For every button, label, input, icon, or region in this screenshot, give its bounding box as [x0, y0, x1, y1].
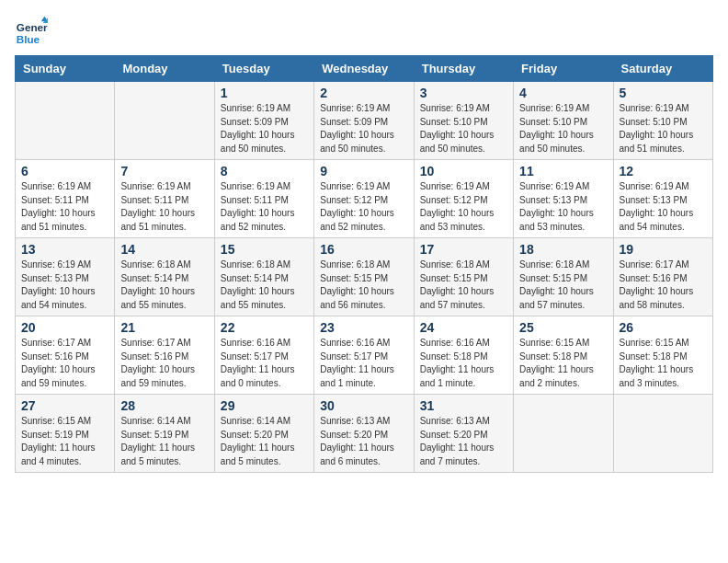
cell-day-info: Sunrise: 6:13 AM Sunset: 5:20 PM Dayligh…: [420, 415, 507, 468]
weekday-header-saturday: Saturday: [613, 56, 712, 82]
calendar-cell: 31Sunrise: 6:13 AM Sunset: 5:20 PM Dayli…: [414, 395, 513, 473]
calendar-week-row: 27Sunrise: 6:15 AM Sunset: 5:19 PM Dayli…: [16, 395, 713, 473]
cell-day-number: 15: [221, 242, 308, 257]
cell-day-number: 13: [21, 242, 108, 257]
weekday-header-thursday: Thursday: [414, 56, 513, 82]
calendar-cell: 4Sunrise: 6:19 AM Sunset: 5:10 PM Daylig…: [514, 82, 613, 160]
calendar-cell: 15Sunrise: 6:18 AM Sunset: 5:14 PM Dayli…: [214, 238, 313, 316]
weekday-header-wednesday: Wednesday: [314, 56, 414, 82]
cell-day-info: Sunrise: 6:16 AM Sunset: 5:17 PM Dayligh…: [320, 337, 407, 390]
calendar-cell: [613, 395, 712, 473]
cell-day-number: 10: [420, 164, 507, 178]
cell-day-info: Sunrise: 6:19 AM Sunset: 5:10 PM Dayligh…: [420, 102, 507, 155]
weekday-header-tuesday: Tuesday: [214, 56, 313, 82]
calendar-cell: [115, 82, 214, 160]
cell-day-info: Sunrise: 6:19 AM Sunset: 5:12 PM Dayligh…: [320, 180, 407, 234]
cell-day-info: Sunrise: 6:19 AM Sunset: 5:11 PM Dayligh…: [221, 180, 308, 234]
cell-day-info: Sunrise: 6:19 AM Sunset: 5:10 PM Dayligh…: [519, 102, 607, 155]
calendar-week-row: 13Sunrise: 6:19 AM Sunset: 5:13 PM Dayli…: [16, 238, 713, 316]
cell-day-number: 3: [420, 86, 507, 100]
calendar-cell: 1Sunrise: 6:19 AM Sunset: 5:09 PM Daylig…: [214, 82, 313, 160]
cell-day-number: 12: [620, 164, 707, 178]
logo: General Blue: [15, 15, 48, 48]
cell-day-number: 23: [320, 320, 407, 335]
calendar-week-row: 6Sunrise: 6:19 AM Sunset: 5:11 PM Daylig…: [16, 160, 713, 238]
cell-day-info: Sunrise: 6:18 AM Sunset: 5:15 PM Dayligh…: [420, 259, 507, 312]
logo-icon: General Blue: [15, 15, 48, 48]
cell-day-info: Sunrise: 6:16 AM Sunset: 5:17 PM Dayligh…: [221, 337, 308, 390]
page-header: General Blue: [15, 15, 713, 48]
cell-day-number: 28: [120, 398, 208, 413]
cell-day-number: 17: [420, 242, 507, 257]
calendar-cell: 16Sunrise: 6:18 AM Sunset: 5:15 PM Dayli…: [314, 238, 414, 316]
cell-day-number: 18: [519, 242, 607, 257]
calendar-header: SundayMondayTuesdayWednesdayThursdayFrid…: [16, 56, 713, 82]
cell-day-number: 14: [120, 242, 208, 257]
calendar-cell: 27Sunrise: 6:15 AM Sunset: 5:19 PM Dayli…: [16, 395, 115, 473]
calendar-cell: 13Sunrise: 6:19 AM Sunset: 5:13 PM Dayli…: [16, 238, 115, 316]
calendar-cell: 17Sunrise: 6:18 AM Sunset: 5:15 PM Dayli…: [414, 238, 513, 316]
calendar-cell: 21Sunrise: 6:17 AM Sunset: 5:16 PM Dayli…: [115, 316, 214, 395]
calendar-week-row: 20Sunrise: 6:17 AM Sunset: 5:16 PM Dayli…: [16, 316, 713, 395]
calendar-cell: 3Sunrise: 6:19 AM Sunset: 5:10 PM Daylig…: [414, 82, 513, 160]
cell-day-info: Sunrise: 6:19 AM Sunset: 5:12 PM Dayligh…: [420, 180, 507, 234]
calendar-cell: 28Sunrise: 6:14 AM Sunset: 5:19 PM Dayli…: [115, 395, 214, 473]
calendar-cell: 23Sunrise: 6:16 AM Sunset: 5:17 PM Dayli…: [314, 316, 414, 395]
cell-day-info: Sunrise: 6:16 AM Sunset: 5:18 PM Dayligh…: [420, 337, 507, 390]
cell-day-info: Sunrise: 6:15 AM Sunset: 5:19 PM Dayligh…: [21, 415, 108, 468]
calendar-body: 1Sunrise: 6:19 AM Sunset: 5:09 PM Daylig…: [16, 82, 713, 473]
weekday-header-friday: Friday: [514, 56, 613, 82]
cell-day-number: 9: [320, 164, 407, 178]
cell-day-number: 11: [519, 164, 607, 178]
weekday-header-row: SundayMondayTuesdayWednesdayThursdayFrid…: [16, 56, 713, 82]
cell-day-info: Sunrise: 6:13 AM Sunset: 5:20 PM Dayligh…: [320, 415, 407, 468]
cell-day-info: Sunrise: 6:14 AM Sunset: 5:19 PM Dayligh…: [120, 415, 208, 468]
cell-day-info: Sunrise: 6:14 AM Sunset: 5:20 PM Dayligh…: [221, 415, 308, 468]
cell-day-info: Sunrise: 6:18 AM Sunset: 5:14 PM Dayligh…: [120, 259, 208, 312]
cell-day-number: 1: [221, 86, 308, 100]
cell-day-info: Sunrise: 6:19 AM Sunset: 5:09 PM Dayligh…: [320, 102, 407, 155]
cell-day-number: 24: [420, 320, 507, 335]
cell-day-info: Sunrise: 6:15 AM Sunset: 5:18 PM Dayligh…: [620, 337, 707, 390]
cell-day-number: 21: [120, 320, 208, 335]
cell-day-info: Sunrise: 6:19 AM Sunset: 5:10 PM Dayligh…: [620, 102, 707, 155]
cell-day-number: 22: [221, 320, 308, 335]
calendar-table: SundayMondayTuesdayWednesdayThursdayFrid…: [15, 55, 713, 473]
cell-day-info: Sunrise: 6:19 AM Sunset: 5:11 PM Dayligh…: [120, 180, 208, 234]
calendar-cell: 30Sunrise: 6:13 AM Sunset: 5:20 PM Dayli…: [314, 395, 414, 473]
cell-day-info: Sunrise: 6:17 AM Sunset: 5:16 PM Dayligh…: [21, 337, 108, 390]
calendar-cell: 24Sunrise: 6:16 AM Sunset: 5:18 PM Dayli…: [414, 316, 513, 395]
cell-day-info: Sunrise: 6:19 AM Sunset: 5:09 PM Dayligh…: [221, 102, 308, 155]
cell-day-number: 4: [519, 86, 607, 100]
calendar-cell: 11Sunrise: 6:19 AM Sunset: 5:13 PM Dayli…: [514, 160, 613, 238]
cell-day-number: 2: [320, 86, 407, 100]
calendar-cell: 19Sunrise: 6:17 AM Sunset: 5:16 PM Dayli…: [613, 238, 712, 316]
cell-day-info: Sunrise: 6:18 AM Sunset: 5:15 PM Dayligh…: [320, 259, 407, 312]
cell-day-number: 6: [21, 164, 108, 178]
cell-day-info: Sunrise: 6:18 AM Sunset: 5:15 PM Dayligh…: [519, 259, 607, 312]
svg-text:Blue: Blue: [17, 33, 40, 45]
cell-day-number: 30: [320, 398, 407, 413]
weekday-header-monday: Monday: [115, 56, 214, 82]
calendar-cell: 8Sunrise: 6:19 AM Sunset: 5:11 PM Daylig…: [214, 160, 313, 238]
cell-day-number: 27: [21, 398, 108, 413]
calendar-cell: [514, 395, 613, 473]
cell-day-info: Sunrise: 6:19 AM Sunset: 5:13 PM Dayligh…: [21, 259, 108, 312]
calendar-cell: 14Sunrise: 6:18 AM Sunset: 5:14 PM Dayli…: [115, 238, 214, 316]
cell-day-number: 29: [221, 398, 308, 413]
cell-day-info: Sunrise: 6:18 AM Sunset: 5:14 PM Dayligh…: [221, 259, 308, 312]
cell-day-number: 25: [519, 320, 607, 335]
cell-day-info: Sunrise: 6:17 AM Sunset: 5:16 PM Dayligh…: [120, 337, 208, 390]
cell-day-info: Sunrise: 6:15 AM Sunset: 5:18 PM Dayligh…: [519, 337, 607, 390]
cell-day-info: Sunrise: 6:19 AM Sunset: 5:11 PM Dayligh…: [21, 180, 108, 234]
cell-day-number: 19: [620, 242, 707, 257]
cell-day-number: 16: [320, 242, 407, 257]
calendar-cell: 29Sunrise: 6:14 AM Sunset: 5:20 PM Dayli…: [214, 395, 313, 473]
cell-day-number: 20: [21, 320, 108, 335]
cell-day-number: 26: [620, 320, 707, 335]
cell-day-number: 7: [120, 164, 208, 178]
cell-day-number: 8: [221, 164, 308, 178]
calendar-cell: 5Sunrise: 6:19 AM Sunset: 5:10 PM Daylig…: [613, 82, 712, 160]
cell-day-info: Sunrise: 6:19 AM Sunset: 5:13 PM Dayligh…: [519, 180, 607, 234]
calendar-cell: 25Sunrise: 6:15 AM Sunset: 5:18 PM Dayli…: [514, 316, 613, 395]
